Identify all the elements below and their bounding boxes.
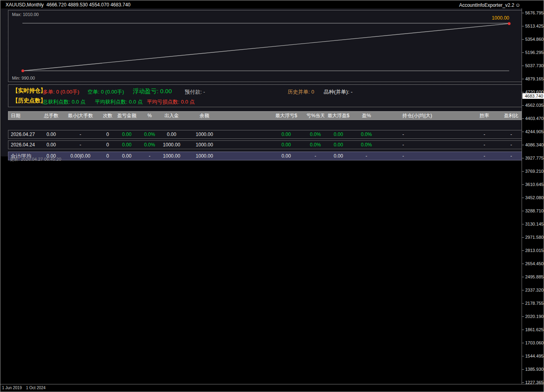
table-cell: 0.00 xyxy=(160,132,183,137)
account-info-panel: 【实时持仓】 多单: 0 (0.00手) 空单: 0 (0.00手) 浮动盈亏:… xyxy=(8,84,522,107)
table-summary-row: 合计/平均0.000.00|0.0000.00-1000.001000.000.… xyxy=(8,152,522,160)
table-cell: 0 xyxy=(100,142,115,148)
table-cell: - xyxy=(352,153,380,159)
current-price-box: 4683.740 xyxy=(522,93,544,99)
table-header-row: 日期总手数最小|大手数次数盈亏金额%出入金余额最大浮亏$亏%当天最大浮盈$盈%持… xyxy=(8,111,522,120)
price-tick-label: 5676.795 xyxy=(522,11,544,15)
smiley-icon: ☺ xyxy=(515,2,520,8)
price-tick-label: 2020.190 xyxy=(522,314,544,319)
symbol-merged-label: 品种(并单): - xyxy=(324,88,352,96)
table-cell: 1000.00 xyxy=(183,142,226,148)
table-cell: - xyxy=(60,142,100,148)
table-header-cell: 盈% xyxy=(352,112,380,119)
table-header-cell: 持仓(小|均|大) xyxy=(380,112,468,119)
table-cell: 2026.04.27 xyxy=(8,132,42,137)
symbol-ohlc-label: XAUUSD,Monthly 4666.720 4889.530 4554.07… xyxy=(6,2,130,8)
indicator-name-text: AccountInfoExporter_v2.2 xyxy=(459,2,514,8)
last-balance-label: 1000.00 xyxy=(492,15,509,21)
balance-curve-svg xyxy=(8,10,522,82)
price-tick-label: 5513.425 xyxy=(522,24,544,28)
table-cell: 0.00 xyxy=(226,153,306,159)
table-cell: 0.00 xyxy=(324,153,352,159)
balance-line xyxy=(23,24,509,71)
table-cell: 0.00 xyxy=(226,142,306,148)
table-header-cell: 亏%当天 xyxy=(306,112,324,119)
max-balance-label: Max: 1010.00 xyxy=(12,12,39,17)
price-tick-label: 3130.145 xyxy=(522,222,544,226)
table-cell: - xyxy=(380,142,468,148)
table-cell: 1000.00 xyxy=(183,153,226,159)
price-tick-label: 4086.340 xyxy=(522,143,544,147)
chart-titlebar: XAUUSD,Monthly 4666.720 4889.530 4554.07… xyxy=(0,0,544,8)
table-header-cell: 最大浮盈$ xyxy=(324,112,352,119)
table-header-cell: 次数 xyxy=(100,112,115,119)
table-cell: 0.0% xyxy=(139,142,160,148)
table-header-cell: 最大浮亏$ xyxy=(226,112,306,119)
price-tick-label: 3452.080 xyxy=(522,196,544,200)
table-header-cell: 盈亏金额 xyxy=(115,112,139,119)
table-cell: 0.00|0.00 xyxy=(60,153,100,159)
table-cell: - xyxy=(380,153,468,159)
time-axis[interactable]: 1 Jun 2019 1 Oct 2024 xyxy=(0,384,544,392)
price-tick-label: 1385.930 xyxy=(522,367,544,372)
price-axis[interactable]: 4683.740 5676.7955513.4255354.8605196.29… xyxy=(522,8,544,384)
table-cell: - xyxy=(500,153,522,159)
time-label-end: 1 Oct 2024 xyxy=(26,386,46,390)
table-cell: 0.00 xyxy=(324,132,352,137)
table-row: 2026.04.240.00-00.000.0%1000.001000.000.… xyxy=(8,140,522,149)
price-tick-label: 2654.450 xyxy=(522,262,544,266)
terminal-window: XAUUSD,Monthly 4666.720 4889.530 4554.07… xyxy=(0,0,544,392)
table-header-cell: 盈利比 xyxy=(500,112,522,119)
updated-timestamp-label: 更新: 2026.04.27 06:45:20 xyxy=(10,156,61,162)
table-cell: - xyxy=(500,132,522,137)
chart-area[interactable]: Max: 1010.00 Min: 990.00 1000.00 【实时持仓】 … xyxy=(1,8,522,384)
table-cell: 1000.00 xyxy=(160,142,183,148)
table-cell: - xyxy=(468,132,500,137)
table-header-cell: 出入金 xyxy=(160,112,183,119)
table-cell: 0.00 xyxy=(115,153,139,159)
price-tick-label: 2337.320 xyxy=(522,288,544,292)
indicator-name-label: AccountInfoExporter_v2.2☺ xyxy=(459,2,520,8)
price-tick-label: 3610.645 xyxy=(522,182,544,187)
table-cell: - xyxy=(306,153,324,159)
table-cell: 0 xyxy=(100,132,115,137)
price-tick-label: 4244.905 xyxy=(522,130,544,134)
price-tick-label: 5196.295 xyxy=(522,50,544,55)
price-tick-label: 4879.165 xyxy=(522,77,544,81)
price-tick-label: 2971.580 xyxy=(522,235,544,240)
table-cell: 0.00 xyxy=(42,132,60,137)
price-tick-label: 1544.495 xyxy=(522,354,544,358)
table-cell: 0.0% xyxy=(306,132,324,137)
table-cell: - xyxy=(468,153,500,159)
table-cell: 0.0% xyxy=(352,142,380,148)
table-cell: 1000.00 xyxy=(183,132,226,137)
total-profit-points-label: 总获利点数: 0.0 点 xyxy=(43,98,86,106)
balance-chart-panel: Max: 1010.00 Min: 990.00 1000.00 xyxy=(8,10,522,82)
table-cell: 2026.04.24 xyxy=(8,142,42,148)
margin-label: 预付款: - xyxy=(185,88,205,96)
start-point-dot xyxy=(22,70,24,72)
table-header-cell: 最小|大手数 xyxy=(60,112,100,119)
table-header-cell: % xyxy=(139,113,160,118)
price-tick-label: 2813.015 xyxy=(522,248,544,253)
realtime-position-title: 【实时持仓】 xyxy=(12,87,46,94)
avg-profit-points-label: 平均获利点数: 0.0 点 xyxy=(95,98,143,106)
min-balance-label: Min: 990.00 xyxy=(12,76,35,80)
table-cell: 0.00 xyxy=(115,132,139,137)
price-tick-label: 4562.035 xyxy=(522,103,544,108)
price-tick-label: 3927.775 xyxy=(522,156,544,160)
avg-loss-points-label: 平均亏损点数: 0.0 点 xyxy=(147,98,195,106)
table-header-cell: 胜率 xyxy=(468,112,500,119)
table-header-cell: 日期 xyxy=(8,112,42,119)
table-cell: - xyxy=(380,132,468,137)
table-cell: - xyxy=(139,153,160,159)
table-cell: - xyxy=(60,132,100,137)
price-tick-label: 3769.210 xyxy=(522,169,544,174)
table-cell: 0.0% xyxy=(352,132,380,137)
table-cell: - xyxy=(500,142,522,148)
price-tick-label: 3288.710 xyxy=(522,209,544,213)
table-cell: 1000.00 xyxy=(160,153,183,159)
price-tick-label: 1703.060 xyxy=(522,341,544,345)
table-cell: 0.00 xyxy=(324,142,352,148)
table-header-cell: 余额 xyxy=(183,112,226,119)
